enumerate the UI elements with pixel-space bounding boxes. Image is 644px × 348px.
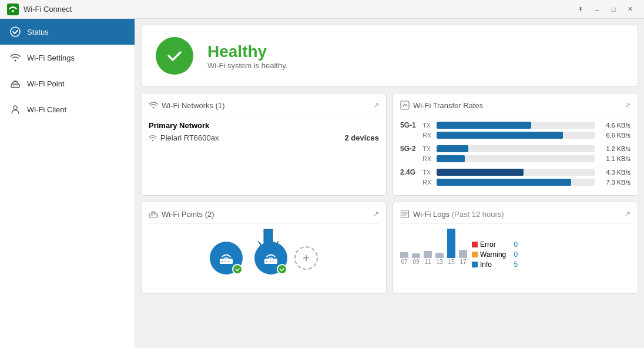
rate-bar-5g2-tx xyxy=(437,145,468,152)
rate-group-24g-label: 2.4G xyxy=(400,168,419,176)
maximize-button[interactable]: □ xyxy=(606,2,620,16)
health-status: Healthy xyxy=(207,42,287,61)
log-bar-07-bar xyxy=(400,252,408,258)
rate-group-5g2: 5G-2 TX 1.2 KB/s RX xyxy=(400,145,630,162)
network-name: Pielari RT6600ax xyxy=(160,133,219,142)
sidebar-item-wifi-settings[interactable]: Wi-Fi Settings xyxy=(0,45,135,71)
legend-info: Info 5 xyxy=(472,260,518,269)
rate-value-24g-tx: 4.3 KB/s xyxy=(598,169,630,176)
rate-row-24g-tx: 2.4G TX 4.3 KB/s xyxy=(400,168,630,176)
log-bar-07: 07 xyxy=(400,252,408,265)
rate-rx-label-24g: RX xyxy=(422,179,433,186)
rate-bar-container-5g1-rx xyxy=(437,132,595,139)
wifi-points-title-text: Wi-Fi Points xyxy=(162,210,203,219)
svg-point-10 xyxy=(222,261,223,262)
wifi-logs-title: Wi-Fi Logs (Past 12 hours) xyxy=(413,210,504,219)
svg-point-2 xyxy=(15,60,16,62)
logs-legend: Error 0 Warning 0 Info 5 xyxy=(472,240,518,269)
sidebar: Status Wi-Fi Settings xyxy=(0,19,135,348)
rate-bar-24g-tx xyxy=(437,169,524,176)
app-body: Status Wi-Fi Settings xyxy=(0,19,644,348)
logs-subtitle-text: (Past 12 hours) xyxy=(452,210,504,219)
transfer-rates-title: Wi-Fi Transfer Rates xyxy=(413,101,483,110)
legend-warning-dot xyxy=(472,252,478,257)
rate-bar-5g1-rx xyxy=(437,132,563,139)
wifi-points-expand-icon[interactable]: ↗ xyxy=(373,210,379,218)
log-time-09: 09 xyxy=(412,259,419,265)
window-controls: 🖈 – □ ✕ xyxy=(573,2,637,16)
rate-row-24g-rx: RX 7.3 KB/s xyxy=(400,179,630,186)
sidebar-item-wifi-client[interactable]: Wi-Fi Client xyxy=(0,96,135,122)
network-wifi-icon xyxy=(149,134,157,142)
wifi-points-content: + xyxy=(149,230,379,286)
log-bar-17: 17 xyxy=(459,250,467,265)
log-bar-11: 11 xyxy=(424,251,432,265)
transfer-rates-expand-icon[interactable]: ↗ xyxy=(625,101,630,109)
sidebar-item-wifi-client-label: Wi-Fi Client xyxy=(27,105,66,114)
legend-warning-count: 0 xyxy=(508,250,518,259)
rate-rx-label: RX xyxy=(422,132,433,139)
svg-rect-3 xyxy=(11,84,19,88)
log-time-17: 17 xyxy=(459,259,466,265)
wifi-logs-panel: Wi-Fi Logs (Past 12 hours) ↗ 07 xyxy=(393,202,638,294)
wifi-settings-icon xyxy=(9,52,21,63)
rate-bar-5g2-rx xyxy=(437,155,465,162)
status-icon xyxy=(9,26,21,38)
rate-row-5g2-tx: 5G-2 TX 1.2 KB/s xyxy=(400,145,630,153)
title-bar-left: Wi-Fi Connect xyxy=(7,4,72,15)
log-bar-13-bar xyxy=(435,253,444,258)
legend-info-label: Info xyxy=(480,260,492,269)
wifi-logs-header: Wi-Fi Logs (Past 12 hours) ↗ xyxy=(400,209,630,224)
networks-title-text: Wi-Fi Networks xyxy=(162,101,213,110)
add-wifi-point-button[interactable]: + xyxy=(294,246,318,270)
log-time-07: 07 xyxy=(401,259,407,265)
logs-content: 07 09 11 13 xyxy=(400,230,630,269)
transfer-icon xyxy=(400,101,410,110)
rate-bar-container-24g-tx xyxy=(437,169,595,176)
rate-group-24g: 2.4G TX 4.3 KB/s RX xyxy=(400,168,630,186)
health-card: Healthy Wi-Fi system is healthy. xyxy=(141,25,638,87)
main-content: Healthy Wi-Fi system is healthy. Wi-F xyxy=(135,19,644,348)
log-time-15: 15 xyxy=(448,259,454,265)
wifi-points-panel: Wi-Fi Points (2) ↗ xyxy=(141,202,387,294)
svg-point-6 xyxy=(152,139,154,141)
wifi-logs-header-left: Wi-Fi Logs (Past 12 hours) xyxy=(400,209,504,219)
legend-error-label: Error xyxy=(480,240,496,249)
transfer-rates-panel: Wi-Fi Transfer Rates ↗ 5G-1 TX 4.6 KB xyxy=(393,93,638,196)
svg-point-0 xyxy=(12,10,14,12)
rate-tx-label: TX xyxy=(422,122,433,129)
logs-title-text: Wi-Fi Logs xyxy=(413,210,450,219)
networks-panel-title: Wi-Fi Networks (1) xyxy=(162,101,225,110)
legend-info-count: 5 xyxy=(508,260,518,269)
wifi-panel-icon xyxy=(149,101,158,110)
networks-panel: Wi-Fi Networks (1) ↗ Primary Network xyxy=(141,93,387,196)
rate-row-5g1-rx: RX 6.6 KB/s xyxy=(400,132,630,139)
primary-network-title: Primary Network xyxy=(149,121,379,130)
rate-value-5g1-rx: 6.6 KB/s xyxy=(598,132,630,139)
close-button[interactable]: ✕ xyxy=(623,2,637,16)
logs-expand-icon[interactable]: ↗ xyxy=(625,210,630,218)
sidebar-item-status[interactable]: Status xyxy=(0,19,135,45)
rate-bar-container-5g2-tx xyxy=(437,145,595,152)
legend-error-count: 0 xyxy=(508,240,518,249)
rate-tx-label-24g: TX xyxy=(422,169,433,176)
wifi-points-title: Wi-Fi Points (2) xyxy=(162,210,214,219)
networks-expand-icon[interactable]: ↗ xyxy=(373,101,379,109)
pin-button[interactable]: 🖈 xyxy=(573,2,588,16)
transfer-rates-header: Wi-Fi Transfer Rates ↗ xyxy=(400,101,630,115)
networks-panel-header-left: Wi-Fi Networks (1) xyxy=(149,101,225,110)
rate-bar-5g1-tx xyxy=(437,122,531,129)
wifi-point-1[interactable] xyxy=(210,242,243,275)
wifi-points-header: Wi-Fi Points (2) ↗ xyxy=(149,209,379,224)
wifi-point-2[interactable] xyxy=(254,242,287,275)
second-row: Wi-Fi Networks (1) ↗ Primary Network xyxy=(141,93,638,196)
app-logo xyxy=(7,4,19,15)
sidebar-item-wifi-point[interactable]: Wi-Fi Point xyxy=(0,71,135,96)
log-bar-15: 15 xyxy=(447,229,455,265)
log-bar-11-bar xyxy=(424,251,432,258)
legend-error-dot xyxy=(472,242,478,247)
rate-bar-container-5g1-tx xyxy=(437,122,595,129)
minimize-button[interactable]: – xyxy=(590,2,604,16)
svg-point-5 xyxy=(153,107,155,109)
logs-chart-area: 07 09 11 13 xyxy=(400,230,467,269)
